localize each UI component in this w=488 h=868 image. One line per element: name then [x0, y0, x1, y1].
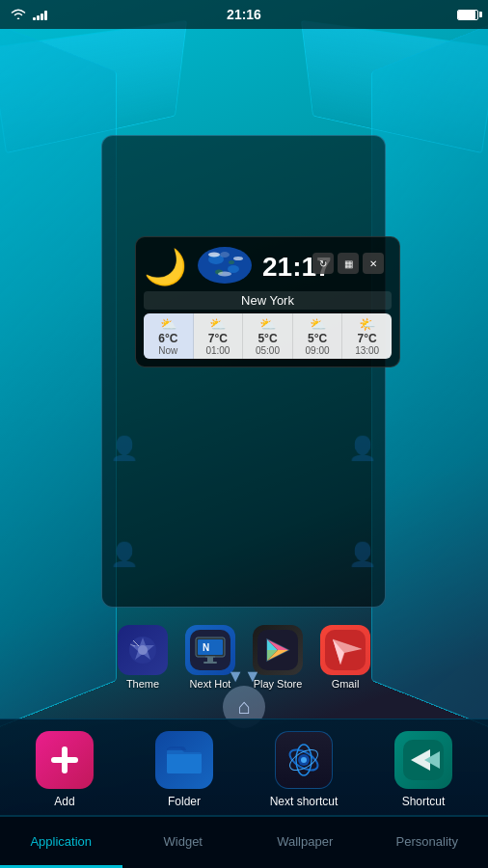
svg-rect-32: [51, 757, 78, 763]
shortcut-label: Shortcut: [402, 795, 446, 808]
person-icon-left: 👤: [110, 435, 139, 462]
tab-widget-label: Widget: [164, 834, 203, 849]
forecast-cell-4: 🌤️ 7°C 13:00: [342, 313, 392, 359]
folder-icon: [155, 731, 213, 789]
app-gmail[interactable]: Gmail: [320, 625, 370, 690]
forecast-row: ⛅ 6°C Now ⛅ 7°C 01:00 ⛅ 5°C 05:00 ⛅ 5°C …: [144, 313, 392, 359]
svg-rect-15: [198, 639, 223, 655]
svg-point-2: [228, 265, 239, 273]
tab-wallpaper-label: Wallpaper: [277, 834, 333, 849]
toolbar-next-shortcut[interactable]: Next shortcut: [244, 731, 364, 808]
weather-city: New York: [144, 291, 392, 310]
folder-label: Folder: [168, 795, 201, 808]
weather-close-button[interactable]: ✕: [363, 253, 384, 274]
nexthot-label: Next Hot: [190, 678, 231, 690]
person-icon-right: 👤: [348, 435, 377, 462]
forecast-temp-2: 5°C: [245, 332, 290, 345]
forecast-time-1: 01:00: [196, 345, 241, 356]
svg-point-37: [301, 757, 307, 763]
tab-wallpaper[interactable]: Wallpaper: [244, 817, 366, 868]
gmail-icon: [320, 625, 370, 675]
weather-widget: ↻ ▦ ✕ 🌙 21:17: [135, 236, 400, 367]
status-left: [10, 7, 47, 23]
add-label: Add: [54, 795, 74, 808]
forecast-temp-4: 7°C: [344, 332, 390, 345]
next-shortcut-icon: [275, 731, 333, 789]
forecast-cell-2: ⛅ 5°C 05:00: [243, 313, 293, 359]
forecast-time-4: 13:00: [344, 345, 390, 356]
theme-icon: [118, 625, 168, 675]
app-theme[interactable]: Theme: [118, 625, 168, 690]
svg-text:N: N: [203, 642, 209, 653]
weather-chart-button[interactable]: ▦: [338, 253, 359, 274]
main-panel: 👤 👤 👤 👤: [101, 135, 386, 608]
person-icon-right-2: 👤: [348, 541, 377, 568]
bottom-nav: Application Widget Wallpaper Personality: [0, 815, 488, 868]
home-icon: ⌂: [237, 694, 250, 719]
earth-globe: [195, 245, 255, 289]
forecast-temp-1: 7°C: [196, 332, 241, 345]
toolbar-folder[interactable]: Folder: [124, 731, 244, 808]
signal-icon: [33, 9, 47, 20]
battery-icon: [457, 10, 478, 20]
status-time: 21:16: [227, 7, 261, 22]
theme-label: Theme: [126, 678, 159, 690]
next-shortcut-label: Next shortcut: [270, 795, 339, 808]
status-right: [457, 10, 478, 20]
toolbar-shortcut[interactable]: Shortcut: [364, 731, 483, 808]
svg-point-6: [208, 253, 220, 258]
tab-widget[interactable]: Widget: [122, 817, 245, 868]
forecast-time-3: 09:00: [295, 345, 340, 356]
person-icon-left-2: 👤: [110, 541, 139, 568]
forecast-icon-2: ⛅: [245, 316, 290, 332]
svg-point-3: [220, 252, 230, 258]
gmail-label: Gmail: [332, 678, 360, 690]
tab-personality[interactable]: Personality: [366, 817, 489, 868]
weather-refresh-button[interactable]: ↻: [312, 253, 334, 274]
weather-controls: ↻ ▦ ✕: [312, 253, 384, 274]
moon-icon: 🌙: [144, 247, 187, 287]
forecast-time-2: 05:00: [245, 345, 290, 356]
svg-point-8: [218, 272, 231, 277]
status-bar: 21:16: [0, 0, 488, 29]
toolbar-add[interactable]: Add: [5, 731, 124, 808]
svg-rect-17: [207, 657, 213, 662]
tab-application-label: Application: [30, 834, 92, 849]
svg-point-7: [233, 257, 243, 260]
forecast-icon-now: ⛅: [146, 316, 191, 332]
forecast-cell-1: ⛅ 7°C 01:00: [194, 313, 244, 359]
tab-personality-label: Personality: [396, 834, 458, 849]
shortcut-icon: [394, 731, 452, 789]
add-icon: [36, 731, 94, 789]
forecast-icon-1: ⛅: [196, 316, 241, 332]
svg-point-10: [138, 645, 148, 655]
svg-rect-18: [203, 662, 217, 664]
forecast-temp-3: 5°C: [295, 332, 340, 345]
forecast-temp-now: 6°C: [146, 332, 191, 345]
forecast-icon-4: 🌤️: [344, 316, 390, 332]
forecast-time-now: Now: [146, 345, 191, 356]
bottom-toolbar: Add Folder Next shortcut: [0, 719, 488, 815]
wifi-icon: [10, 7, 27, 23]
forecast-cell-now: ⛅ 6°C Now: [144, 313, 194, 359]
forecast-icon-3: ⛅: [295, 316, 340, 332]
forecast-cell-3: ⛅ 5°C 09:00: [293, 313, 343, 359]
svg-point-5: [229, 260, 234, 264]
tab-application[interactable]: Application: [0, 817, 122, 868]
down-arrow-indicator: ▼▼: [227, 666, 261, 687]
